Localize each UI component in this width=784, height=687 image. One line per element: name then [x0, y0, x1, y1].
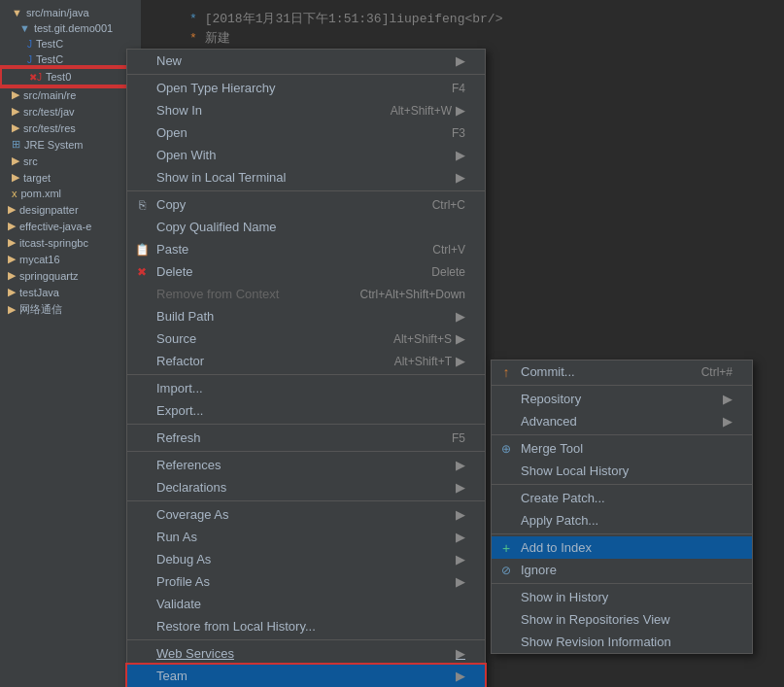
tree-item-designpatter[interactable]: ▶ designpatter — [0, 201, 141, 218]
shortcut-label: Alt+Shift+W — [391, 104, 452, 118]
menu-item-show-history[interactable]: Show in History — [492, 586, 752, 608]
menu-item-open[interactable]: Open F3 — [127, 121, 485, 144]
menu-item-import[interactable]: Import... — [127, 377, 485, 399]
menu-item-label: Advanced — [521, 414, 577, 429]
menu-item-label: Remove from Context — [156, 287, 279, 301]
menu-item-repository[interactable]: Repository ▶ — [492, 388, 752, 410]
menu-item-refactor[interactable]: Refactor Alt+Shift+T ▶ — [127, 350, 485, 372]
menu-item-create-patch[interactable]: Create Patch... — [492, 487, 752, 509]
menu-item-paste[interactable]: 📋 Paste Ctrl+V — [127, 238, 485, 260]
shortcut-label: F4 — [452, 82, 465, 95]
menu-item-label: Restore from Local History... — [156, 619, 316, 634]
menu-item-copy-qualified[interactable]: Copy Qualified Name — [127, 216, 485, 238]
folder-icon: ▶ — [8, 203, 16, 216]
menu-item-label: References — [156, 458, 221, 472]
code-line-14: 新建 — [197, 29, 230, 49]
tree-item-test0[interactable]: ✖J Test0 — [0, 67, 141, 86]
tree-label: pom.xml — [21, 188, 62, 199]
menu-item-declarations[interactable]: Declarations ▶ — [127, 476, 485, 498]
tree-label: testJava — [19, 287, 59, 298]
tree-item-src[interactable]: ▶ src — [0, 153, 141, 169]
arrow-icon: ▶ — [456, 646, 465, 661]
tree-item-demo001[interactable]: ▼ test.git.demo001 — [0, 20, 141, 36]
shortcut-label: Ctrl+Alt+Shift+Down — [360, 288, 465, 301]
tree-item-testc1[interactable]: J TestC — [0, 36, 141, 52]
folder-icon: ▶ — [8, 286, 16, 298]
menu-item-merge-tool[interactable]: ⊕ Merge Tool — [492, 437, 752, 460]
menu-item-run-as[interactable]: Run As ▶ — [127, 526, 485, 548]
menu-item-new[interactable]: New ▶ — [127, 50, 485, 72]
menu-item-ignore[interactable]: ⊘ Ignore — [492, 559, 752, 581]
menu-item-label: Show In — [156, 103, 202, 118]
tree-item-pom[interactable]: x pom.xml — [0, 186, 141, 201]
menu-item-open-type-hierarchy[interactable]: Open Type Hierarchy F4 — [127, 77, 485, 99]
tree-item-src-test-res[interactable]: ▶ src/test/res — [0, 120, 141, 136]
tree-label: src/test/jav — [23, 106, 75, 118]
arrow-icon: ▶ — [456, 53, 465, 68]
menu-item-web-services[interactable]: Web Services ▶ — [127, 642, 485, 665]
tree-item-testgit[interactable]: ▼ src/main/java — [0, 5, 141, 20]
menu-item-export[interactable]: Export... — [127, 399, 485, 422]
menu-item-debug-as[interactable]: Debug As ▶ — [127, 548, 485, 570]
folder-icon: ▶ — [8, 269, 16, 282]
menu-item-build-path[interactable]: Build Path ▶ — [127, 305, 485, 327]
menu-item-open-with[interactable]: Open With ▶ — [127, 144, 485, 166]
menu-item-label: Copy — [156, 197, 186, 212]
xml-icon: x — [12, 188, 17, 199]
tree-item-mycat16[interactable]: ▶ mycat16 — [0, 251, 141, 267]
tree-item-testjava[interactable]: ▶ testJava — [0, 284, 141, 300]
menu-item-show-repositories-view[interactable]: Show in Repositories View — [492, 608, 752, 631]
tree-label: test.git.demo001 — [34, 22, 113, 34]
menu-item-copy[interactable]: ⎘ Copy Ctrl+C — [127, 193, 485, 216]
shortcut-label: Ctrl+C — [432, 198, 465, 212]
tree-item-src-main-re[interactable]: ▶ src/main/re — [0, 86, 141, 103]
tree-label: TestC — [36, 38, 63, 50]
menu-item-references[interactable]: References ▶ — [127, 454, 485, 476]
menu-item-advanced[interactable]: Advanced ▶ — [492, 410, 752, 432]
menu-item-add-to-index[interactable]: + Add to Index — [492, 536, 752, 559]
tree-item-effective[interactable]: ▶ effective-java-e — [0, 218, 141, 234]
tree-item-src-test-jav[interactable]: ▶ src/test/jav — [0, 103, 141, 120]
menu-item-refresh[interactable]: Refresh F5 — [127, 427, 485, 449]
separator — [127, 74, 485, 75]
menu-item-show-local-history[interactable]: Show Local History — [492, 460, 752, 482]
menu-item-commit[interactable]: ↑ Commit... Ctrl+# — [492, 361, 752, 383]
arrow-icon: ▶ — [456, 148, 465, 162]
conflict-icon: ✖J — [29, 72, 42, 83]
menu-item-source[interactable]: Source Alt+Shift+S ▶ — [127, 327, 485, 350]
menu-item-apply-patch[interactable]: Apply Patch... — [492, 509, 752, 532]
arrow-icon: ▶ — [456, 480, 465, 495]
folder-icon: ▶ — [12, 105, 19, 118]
line-marker-13: * — [189, 10, 197, 29]
menu-item-remove-context[interactable]: Remove from Context Ctrl+Alt+Shift+Down — [127, 283, 485, 305]
menu-item-label: Run As — [156, 530, 197, 544]
tree-item-springquartz[interactable]: ▶ springquartz — [0, 267, 141, 284]
shortcut-label: Ctrl+V — [432, 243, 465, 257]
menu-item-team[interactable]: Team ▶ — [127, 665, 485, 687]
tree-item-jre[interactable]: ⊞ JRE System — [0, 136, 141, 153]
menu-item-profile-as[interactable]: Profile As ▶ — [127, 570, 485, 593]
shortcut-label: Alt+Shift+T — [394, 355, 452, 368]
tree-item-target[interactable]: ▶ target — [0, 169, 141, 186]
add-index-icon: + — [497, 539, 515, 557]
menu-item-restore-local-history[interactable]: Restore from Local History... — [127, 615, 485, 637]
menu-item-label: Paste — [156, 242, 188, 257]
tree-item-itcast[interactable]: ▶ itcast-springbc — [0, 234, 141, 251]
tree-label: TestC — [36, 53, 63, 65]
menu-item-delete[interactable]: ✖ Delete Delete — [127, 260, 485, 283]
shortcut-label: F3 — [452, 126, 465, 140]
menu-item-validate[interactable]: Validate — [127, 593, 485, 615]
menu-item-show-in[interactable]: Show In Alt+Shift+W ▶ — [127, 99, 485, 121]
ignore-icon: ⊘ — [497, 562, 515, 579]
tree-item-network[interactable]: ▶ 网络通信 — [0, 300, 141, 319]
folder-icon: ▶ — [12, 171, 19, 184]
menu-item-label: Import... — [156, 381, 203, 395]
menu-item-label: Create Patch... — [521, 491, 605, 505]
menu-item-show-revision-info[interactable]: Show Revision Information — [492, 631, 752, 653]
shortcut-label: F5 — [452, 431, 465, 445]
menu-item-label: Copy Qualified Name — [156, 220, 277, 234]
menu-item-coverage-as[interactable]: Coverage As ▶ — [127, 503, 485, 526]
menu-item-show-local-terminal[interactable]: Show in Local Terminal ▶ — [127, 166, 485, 189]
separator — [492, 385, 752, 386]
tree-item-testc2[interactable]: J TestC — [0, 52, 141, 67]
